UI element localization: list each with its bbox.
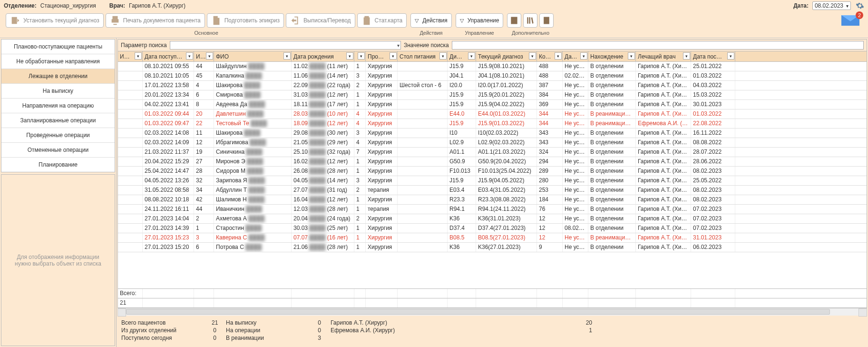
table-cell: Не уста… (563, 62, 588, 71)
statcard-button[interactable]: Стат.карта (357, 13, 407, 28)
table-row[interactable]: 04.02.2022 13:418Авдеева Да ████18.11.██… (118, 100, 867, 109)
gear-icon[interactable] (856, 1, 864, 10)
table-row[interactable]: 27.01.2023 15:233Каверина С ████07.07.██… (118, 233, 867, 243)
column-header[interactable]: Диаг…▾ (448, 51, 476, 61)
column-header[interactable]: Текущий диагноз▾ (476, 51, 537, 61)
print-docs-button[interactable]: Печать документов пациента (106, 13, 205, 28)
column-header[interactable]: Дат…▾ (563, 51, 588, 61)
sidebar-item[interactable]: Направления на операцию (1, 99, 115, 113)
column-header[interactable]: Стол питания▾ (398, 51, 448, 61)
date-picker[interactable]: 08.02.2023 ▾ (812, 1, 851, 10)
extra-button-library[interactable] (523, 13, 537, 28)
actions-dropdown[interactable]: ▽ Действия (410, 13, 452, 28)
filter-icon[interactable]: ▾ (390, 52, 397, 59)
table-cell (398, 214, 448, 223)
filter-icon[interactable]: ▾ (135, 52, 142, 59)
filter-icon[interactable]: ▾ (529, 52, 536, 59)
extra-button-card[interactable] (539, 13, 554, 28)
column-header[interactable]: Дата рождения▾ (292, 51, 354, 61)
table-cell: Не уста… (563, 195, 588, 204)
sidebar-item[interactable]: Отмененные операции (1, 143, 115, 158)
table-row[interactable]: 02.03.2022 14:0912Ибрагимова ████21.05.█… (118, 138, 867, 148)
toolbar-group-extra: Дополнительно (505, 12, 556, 38)
set-diagnosis-button[interactable]: Установить текущий диагноз (6, 13, 104, 28)
sidebar-item[interactable]: Планово-поступающие пациенты (1, 40, 115, 54)
filter-icon[interactable]: ▾ (580, 52, 587, 59)
filter-icon[interactable]: ▾ (206, 52, 213, 59)
discharge-button[interactable]: Выписка/Перевод (286, 13, 355, 28)
table-row[interactable]: 27.01.2023 14:042Ахметова А ████20.04.██… (118, 214, 867, 224)
filter-icon[interactable]: ▾ (439, 52, 447, 59)
table-row[interactable]: 08.10.2021 10:0545Капалкина ████11.06.██… (118, 71, 867, 81)
table-cell: K36 (448, 214, 476, 223)
table-cell (118, 195, 143, 204)
sidebar-item[interactable]: На выписку (1, 84, 115, 99)
table-row[interactable]: 27.01.2023 15:206Потрова С ████21.06.███… (118, 243, 867, 252)
manage-dropdown[interactable]: ▽ Управление (456, 13, 504, 28)
table-row[interactable]: 27.01.2023 14:391Старостин ████30.03.███… (118, 224, 867, 233)
sidebar-item[interactable]: Проведенные операции (1, 128, 115, 143)
extra-button-report[interactable] (507, 13, 521, 28)
filter-icon[interactable]: ▾ (186, 52, 193, 59)
table-row[interactable]: 20.04.2022 15:2927Миронов Э ████16.02.██… (118, 157, 867, 167)
filter-icon[interactable]: ▾ (727, 52, 734, 59)
table-row[interactable]: 01.03.2022 09:4420Давлетшин ████28.03.██… (118, 109, 867, 119)
column-header[interactable]: Нахождение▾ (588, 51, 636, 61)
table-cell: 45 (194, 71, 214, 80)
table-row[interactable]: 08.08.2022 10:1842Шалимов Н ████16.04.██… (118, 195, 867, 205)
table-row[interactable]: 17.01.2022 13:584Шакирова ████22.09.████… (118, 81, 867, 90)
sidebar-item[interactable]: Лежащие в отделении (1, 69, 115, 84)
table-row[interactable]: 31.05.2022 08:5834Абдуллин Т ████27.07.█… (118, 186, 867, 195)
grid-body[interactable]: 08.10.2021 09:5544Шайдуллин ████11.02.██… (118, 62, 867, 288)
card-icon (542, 16, 551, 25)
sidebar-item[interactable]: Не обработанные направления (1, 54, 115, 69)
table-cell: G50.9(20.04.2022) (476, 157, 537, 166)
table-row[interactable]: 02.03.2022 14:0811Шакирова ████29.08.███… (118, 129, 867, 138)
sidebar-item[interactable]: Планирование (1, 158, 115, 172)
table-cell: 04.05.████ (14 лет) (292, 176, 354, 185)
table-cell: терапия (366, 205, 398, 214)
table-cell: В отделении (588, 195, 636, 204)
table-cell: Иваничкин ████ (214, 205, 292, 214)
table-row[interactable]: 04.05.2022 13:2632Зарипова Я ████04.05.█… (118, 176, 867, 186)
filter-icon[interactable]: ▾ (346, 52, 353, 59)
epicrisis-button[interactable]: Подготовить эпикриз (207, 13, 284, 28)
search-value-input[interactable] (452, 41, 864, 50)
filter-icon[interactable]: ▾ (555, 52, 562, 59)
table-cell: 02.03.2022 14:08 (143, 129, 194, 138)
filter-icon[interactable]: ▾ (358, 52, 365, 59)
grid-hscrollbar[interactable] (117, 308, 867, 316)
column-header[interactable]: ФИО▾ (214, 51, 292, 61)
mail-button[interactable]: 2 (840, 12, 864, 28)
column-header[interactable]: Дата поступл…▾ (143, 51, 194, 61)
table-cell: 18.09.████ (12 лет) (292, 119, 354, 128)
table-cell (398, 186, 448, 195)
table-cell: Гарипов А.Т. (Хиру… (636, 81, 691, 90)
column-header[interactable]: Дата посл…▾ (691, 51, 735, 61)
column-header[interactable]: ИБ▾ (194, 51, 214, 61)
table-cell (398, 233, 448, 242)
search-param-combo[interactable]: ▾ (170, 41, 401, 50)
table-cell: I20.0(17.01.2022) (476, 81, 537, 90)
table-cell: Хирургия (366, 243, 398, 252)
table-cell: В отделении (588, 224, 636, 233)
table-cell: J15.9(08.10.2021) (476, 62, 537, 71)
filter-icon[interactable]: ▾ (628, 52, 635, 59)
footer-surgery-value: 0 (316, 327, 331, 334)
column-header[interactable]: Проф…▾ (366, 51, 398, 61)
column-header[interactable]: ▾ (354, 51, 366, 61)
sidebar-item[interactable]: Запланированные операции (1, 113, 115, 128)
table-row[interactable]: 08.10.2021 09:5544Шайдуллин ████11.02.██… (118, 62, 867, 71)
filter-icon[interactable]: ▾ (468, 52, 475, 59)
table-row[interactable]: 24.11.2022 16:1144Иваничкин ████12.03.██… (118, 205, 867, 214)
table-cell: 1 (194, 224, 214, 233)
column-header[interactable]: Инд…▾ (118, 51, 143, 61)
table-row[interactable]: 01.03.2022 09:4722Тестовый Те ████18.09.… (118, 119, 867, 129)
table-row[interactable]: 21.03.2022 11:3719Синичкина ████25.10.██… (118, 148, 867, 157)
table-row[interactable]: 25.04.2022 14:4728Сидоров М ████26.08.██… (118, 167, 867, 176)
filter-icon[interactable]: ▾ (683, 52, 690, 59)
column-header[interactable]: Кол…▾ (537, 51, 563, 61)
column-header[interactable]: Лечащий врач▾ (636, 51, 691, 61)
filter-icon[interactable]: ▾ (283, 52, 291, 59)
table-row[interactable]: 20.01.2022 13:346Смирнова ████31.03.████… (118, 90, 867, 100)
